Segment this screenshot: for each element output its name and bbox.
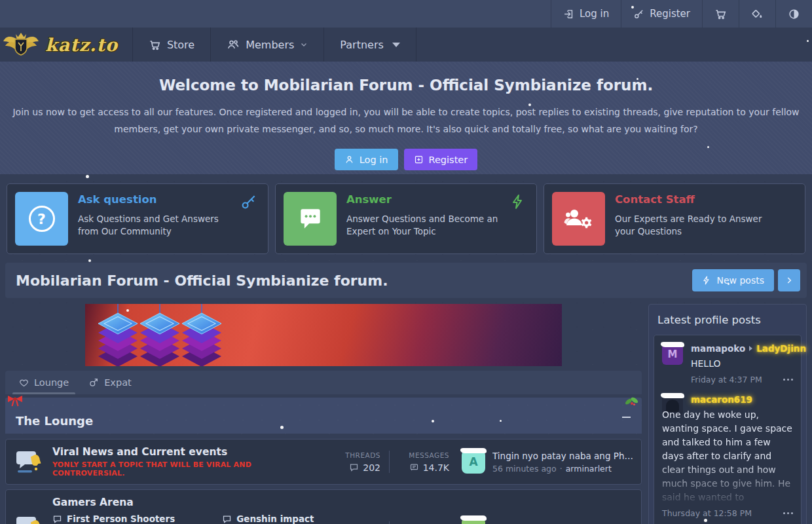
topbar-register-link[interactable]: Register bbox=[621, 0, 702, 28]
subforum-genshin-impact[interactable]: Genshin impact bbox=[222, 514, 314, 524]
post-timestamp[interactable]: Thursday at 12:58 PM bbox=[662, 508, 752, 518]
main-navigation: katz.to Store Members Partners bbox=[0, 28, 812, 62]
members-icon bbox=[227, 38, 240, 51]
tab-lounge[interactable]: Lounge bbox=[9, 371, 79, 394]
category-title: The Lounge bbox=[16, 414, 93, 428]
latest-user[interactable]: arminarlert bbox=[566, 464, 612, 474]
threads-stat: THREADS 202 bbox=[333, 451, 380, 473]
nav-members-label: Members bbox=[246, 39, 294, 51]
gender-icon bbox=[88, 377, 99, 388]
post-target-user[interactable]: LadyDjinn bbox=[756, 343, 806, 354]
avatar-letter: A bbox=[469, 455, 477, 468]
answer-body: Answer Answer Questions and Become an Ex… bbox=[346, 192, 528, 246]
ad-banner-image[interactable] bbox=[85, 304, 562, 366]
avatar[interactable]: M bbox=[662, 344, 683, 365]
contact-staff-title: Contact Staff bbox=[615, 193, 797, 206]
topbar-style-chooser-button[interactable] bbox=[739, 0, 775, 28]
snowcap-decoration bbox=[661, 393, 684, 398]
holly-icon bbox=[624, 394, 640, 409]
card-ask-question[interactable]: ? Ask question Ask Questions and Get Ans… bbox=[7, 183, 268, 254]
site-logo[interactable]: katz.to bbox=[0, 28, 133, 62]
latest-thread-title[interactable]: Tingin nyo patay naba ang Philip… bbox=[492, 451, 633, 461]
answer-title: Answer bbox=[346, 193, 528, 206]
tab-lounge-label: Lounge bbox=[34, 377, 69, 388]
post-menu-ellipsis-icon[interactable] bbox=[783, 510, 793, 517]
welcome-banner: Welcome to Mobilarian Forum - Official S… bbox=[0, 62, 812, 174]
forum-node-viral-news: Viral News and Current events YONLY STAR… bbox=[5, 439, 642, 485]
avatar[interactable]: A bbox=[462, 450, 485, 474]
new-posts-button[interactable]: New posts bbox=[692, 269, 774, 291]
enter-icon bbox=[563, 9, 574, 20]
sidebar-latest-profile-posts: Latest profile posts M mamapoko LadyDjin… bbox=[648, 304, 807, 524]
subforum-list: First Person Shooters Genshin impact bbox=[52, 514, 325, 524]
contact-staff-desc: Our Experts are Ready to Answer your Que… bbox=[615, 213, 797, 238]
post-timestamp[interactable]: Friday at 4:37 PM bbox=[691, 375, 762, 384]
latest-time[interactable]: 56 minutes ago bbox=[492, 464, 557, 474]
key-icon bbox=[240, 193, 257, 210]
paint-drip-icon bbox=[751, 8, 764, 20]
messages-label: MESSAGES bbox=[398, 451, 449, 459]
node-title[interactable]: Gamers Arena bbox=[52, 496, 325, 508]
post-footer: Thursday at 12:58 PM bbox=[662, 508, 793, 518]
snowcap-decoration bbox=[661, 342, 684, 347]
nav-item-store[interactable]: Store bbox=[133, 28, 211, 62]
node-subtitle-warning: YONLY START A TOPIC THAT WILL BE VIRAL A… bbox=[52, 460, 325, 477]
feature-cards-row: ? Ask question Ask Questions and Get Ans… bbox=[0, 174, 812, 263]
chat-dots-icon bbox=[296, 204, 325, 233]
node-latest-post: M What rank are you guys? bbox=[462, 517, 633, 524]
person-icon bbox=[344, 155, 354, 164]
title-bar-actions: New posts bbox=[692, 269, 800, 291]
forum-tabbar: Lounge Expat bbox=[5, 371, 642, 394]
topbar-login-link[interactable]: Log in bbox=[551, 0, 621, 28]
tab-expat-label: Expat bbox=[104, 377, 132, 388]
next-page-button[interactable] bbox=[778, 269, 800, 291]
store-cart-icon bbox=[149, 39, 161, 51]
topbar-dark-mode-toggle[interactable] bbox=[775, 0, 812, 28]
threads-value-row: 202 bbox=[333, 462, 380, 473]
nav-item-members[interactable]: Members bbox=[211, 28, 324, 62]
messages-count: 14.7K bbox=[423, 462, 449, 473]
welcome-title: Welcome to Mobilarian Forum - Official S… bbox=[0, 77, 812, 94]
profile-post: M mamapoko LadyDjinn HELLO Friday at 4:3… bbox=[662, 343, 793, 384]
profile-posts-box: M mamapoko LadyDjinn HELLO Friday at 4:3… bbox=[654, 335, 802, 524]
ask-question-body: Ask question Ask Questions and Get Answe… bbox=[78, 192, 260, 246]
card-answer[interactable]: Answer Answer Questions and Become an Ex… bbox=[275, 183, 537, 254]
hero-register-button[interactable]: Register bbox=[404, 149, 478, 170]
thread-bubble-icon bbox=[349, 462, 359, 472]
post-body: HELLO bbox=[691, 357, 793, 371]
collapse-category-button[interactable] bbox=[622, 412, 633, 422]
hero-login-button[interactable]: Log in bbox=[335, 149, 398, 170]
subforum-label: Genshin impact bbox=[236, 514, 314, 524]
banner-cubes-illustration bbox=[93, 304, 237, 366]
users-gear-icon bbox=[564, 206, 594, 232]
nav-store-label: Store bbox=[167, 39, 194, 51]
threads-label: THREADS bbox=[333, 451, 380, 459]
message-square-icon bbox=[409, 462, 419, 472]
contrast-icon bbox=[788, 8, 800, 20]
forum-unread-icon bbox=[14, 514, 44, 524]
post-author[interactable]: mamapoko bbox=[691, 343, 745, 354]
ask-question-title: Ask question bbox=[78, 193, 260, 206]
post-author[interactable]: macaron619 bbox=[691, 394, 752, 405]
nav-item-partners[interactable]: Partners bbox=[324, 28, 416, 62]
post-userline: mamapoko LadyDjinn bbox=[691, 343, 793, 354]
node-title[interactable]: Viral News and Current events bbox=[52, 446, 325, 458]
topbar-login-label: Log in bbox=[580, 8, 609, 20]
node-stats: THREADS MESSAGES bbox=[333, 521, 449, 524]
avatar[interactable]: M bbox=[462, 517, 485, 524]
forum-column: Lounge Expat The Lounge bbox=[5, 304, 642, 524]
topbar-cart-button[interactable] bbox=[702, 0, 739, 28]
latest-post-meta: 56 minutes agoarminarlert bbox=[492, 464, 633, 474]
post-menu-ellipsis-icon[interactable] bbox=[783, 376, 793, 383]
caret-down-icon bbox=[392, 43, 400, 47]
contact-staff-iconbox bbox=[552, 192, 605, 246]
threads-count: 202 bbox=[363, 462, 380, 473]
chevron-right-icon bbox=[784, 276, 794, 285]
subforum-first-person-shooters[interactable]: First Person Shooters bbox=[52, 514, 175, 524]
card-contact-staff[interactable]: Contact Staff Our Experts are Ready to A… bbox=[544, 183, 805, 254]
nav-partners-label: Partners bbox=[340, 39, 383, 51]
subforum-bubble-icon bbox=[222, 514, 232, 524]
content-area: Lounge Expat The Lounge bbox=[0, 298, 812, 524]
latest-post-info: Tingin nyo patay naba ang Philip… 56 min… bbox=[492, 451, 633, 474]
tab-expat[interactable]: Expat bbox=[79, 371, 141, 394]
